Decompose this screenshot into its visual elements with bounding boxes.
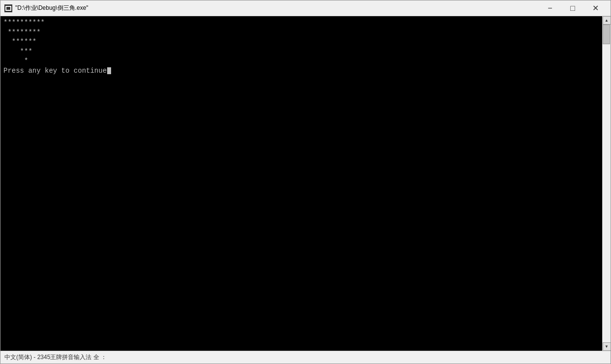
scroll-down-arrow[interactable]: ▼: [603, 342, 611, 351]
scroll-up-arrow[interactable]: ▲: [603, 16, 611, 25]
status-text: 中文(简体) - 2345王牌拼音输入法 全 ：: [4, 353, 107, 362]
scrollbar-track[interactable]: [603, 25, 611, 342]
console-area: ********** ******** ****** *** * Press a…: [0, 16, 611, 351]
cursor: [107, 67, 111, 74]
title-bar: "D:\作业\Debug\倒三角.exe" − □ ✕: [0, 0, 611, 16]
window-title: "D:\作业\Debug\倒三角.exe": [15, 4, 539, 12]
window-controls: − □ ✕: [539, 0, 607, 16]
minimize-button[interactable]: −: [539, 0, 561, 16]
scrollbar[interactable]: ▲ ▼: [602, 16, 611, 351]
status-bar: 中文(简体) - 2345王牌拼音输入法 全 ：: [0, 351, 611, 364]
scrollbar-thumb[interactable]: [603, 25, 610, 44]
main-window: "D:\作业\Debug\倒三角.exe" − □ ✕ ********** *…: [0, 0, 611, 364]
maximize-button[interactable]: □: [561, 0, 584, 16]
console-output[interactable]: ********** ******** ****** *** * Press a…: [0, 16, 602, 351]
close-button[interactable]: ✕: [584, 0, 607, 16]
window-icon: [4, 4, 12, 12]
